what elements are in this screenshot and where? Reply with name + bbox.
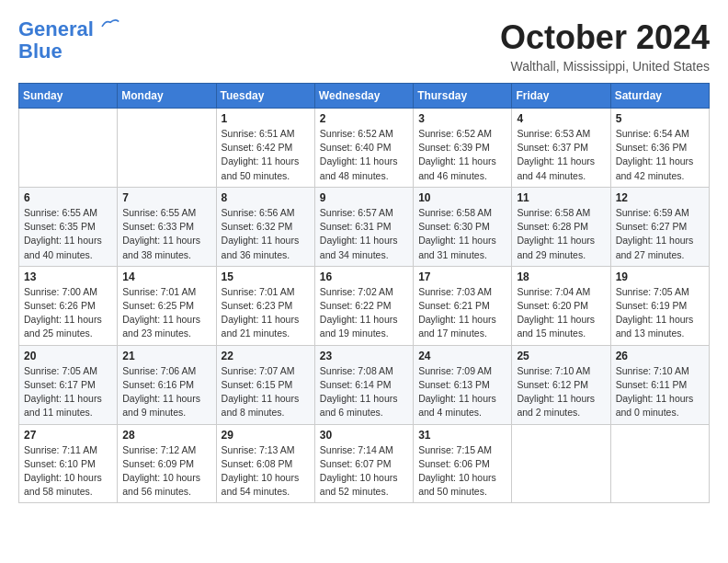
- calendar-cell: 31Sunrise: 7:15 AM Sunset: 6:06 PM Dayli…: [414, 424, 512, 503]
- day-info: Sunrise: 7:13 AM Sunset: 6:08 PM Dayligh…: [222, 443, 310, 500]
- calendar-cell: 22Sunrise: 7:07 AM Sunset: 6:15 PM Dayli…: [216, 345, 314, 424]
- day-number: 28: [122, 429, 210, 442]
- day-info: Sunrise: 7:06 AM Sunset: 6:16 PM Dayligh…: [122, 364, 210, 420]
- month-title: October 2024: [500, 18, 710, 57]
- day-info: Sunrise: 7:10 AM Sunset: 6:12 PM Dayligh…: [517, 364, 605, 420]
- weekday-header: Friday: [512, 84, 610, 109]
- day-number: 3: [418, 112, 506, 125]
- calendar-cell: 24Sunrise: 7:09 AM Sunset: 6:13 PM Dayli…: [414, 345, 512, 424]
- day-number: 9: [320, 191, 408, 204]
- calendar-cell: 28Sunrise: 7:12 AM Sunset: 6:09 PM Dayli…: [118, 424, 216, 503]
- day-info: Sunrise: 6:59 AM Sunset: 6:27 PM Dayligh…: [616, 206, 704, 262]
- day-info: Sunrise: 7:04 AM Sunset: 6:20 PM Dayligh…: [517, 285, 605, 341]
- day-info: Sunrise: 6:52 AM Sunset: 6:40 PM Dayligh…: [320, 127, 408, 183]
- calendar-cell: 17Sunrise: 7:03 AM Sunset: 6:21 PM Dayli…: [414, 266, 512, 345]
- day-number: 23: [320, 350, 408, 362]
- day-info: Sunrise: 7:02 AM Sunset: 6:22 PM Dayligh…: [320, 285, 408, 341]
- day-number: 1: [222, 112, 310, 125]
- day-info: Sunrise: 7:10 AM Sunset: 6:11 PM Dayligh…: [616, 364, 704, 420]
- day-number: 15: [222, 270, 310, 283]
- calendar-week-row: 20Sunrise: 7:05 AM Sunset: 6:17 PM Dayli…: [19, 345, 710, 424]
- day-number: 17: [418, 270, 506, 283]
- day-info: Sunrise: 7:08 AM Sunset: 6:14 PM Dayligh…: [320, 364, 408, 420]
- calendar-week-row: 6Sunrise: 6:55 AM Sunset: 6:35 PM Daylig…: [19, 187, 710, 266]
- day-info: Sunrise: 7:05 AM Sunset: 6:19 PM Dayligh…: [616, 285, 704, 341]
- calendar-cell: 14Sunrise: 7:01 AM Sunset: 6:25 PM Dayli…: [118, 266, 216, 345]
- day-number: 20: [24, 350, 112, 362]
- day-info: Sunrise: 7:15 AM Sunset: 6:06 PM Dayligh…: [418, 443, 506, 500]
- calendar-cell: 4Sunrise: 6:53 AM Sunset: 6:37 PM Daylig…: [512, 109, 610, 188]
- calendar-cell: 6Sunrise: 6:55 AM Sunset: 6:35 PM Daylig…: [19, 187, 118, 266]
- day-info: Sunrise: 6:52 AM Sunset: 6:39 PM Dayligh…: [418, 127, 506, 183]
- calendar-cell: 3Sunrise: 6:52 AM Sunset: 6:39 PM Daylig…: [414, 109, 512, 188]
- location: Walthall, Mississippi, United States: [500, 59, 710, 74]
- day-number: 14: [122, 270, 210, 283]
- day-info: Sunrise: 7:03 AM Sunset: 6:21 PM Dayligh…: [418, 285, 506, 341]
- title-block: October 2024 Walthall, Mississippi, Unit…: [500, 18, 710, 74]
- calendar-cell: 16Sunrise: 7:02 AM Sunset: 6:22 PM Dayli…: [314, 266, 413, 345]
- day-number: 24: [418, 350, 506, 362]
- day-number: 12: [616, 191, 704, 204]
- calendar-week-row: 13Sunrise: 7:00 AM Sunset: 6:26 PM Dayli…: [19, 266, 710, 345]
- day-info: Sunrise: 6:55 AM Sunset: 6:35 PM Dayligh…: [24, 206, 112, 262]
- calendar-cell: [19, 109, 118, 188]
- day-number: 25: [517, 350, 605, 362]
- calendar-cell: 20Sunrise: 7:05 AM Sunset: 6:17 PM Dayli…: [19, 345, 118, 424]
- weekday-header: Monday: [118, 84, 216, 109]
- day-number: 22: [222, 350, 310, 362]
- day-number: 26: [616, 350, 704, 362]
- day-number: 6: [24, 191, 112, 204]
- day-info: Sunrise: 6:58 AM Sunset: 6:30 PM Dayligh…: [418, 206, 506, 262]
- calendar-cell: 9Sunrise: 6:57 AM Sunset: 6:31 PM Daylig…: [314, 187, 413, 266]
- weekday-header: Sunday: [19, 84, 118, 109]
- calendar-cell: 26Sunrise: 7:10 AM Sunset: 6:11 PM Dayli…: [610, 345, 709, 424]
- calendar-cell: 2Sunrise: 6:52 AM Sunset: 6:40 PM Daylig…: [314, 109, 413, 188]
- day-info: Sunrise: 7:12 AM Sunset: 6:09 PM Dayligh…: [122, 443, 210, 500]
- day-info: Sunrise: 6:55 AM Sunset: 6:33 PM Dayligh…: [122, 206, 210, 262]
- day-info: Sunrise: 6:58 AM Sunset: 6:28 PM Dayligh…: [517, 206, 605, 262]
- day-info: Sunrise: 7:14 AM Sunset: 6:07 PM Dayligh…: [320, 443, 408, 500]
- day-info: Sunrise: 6:51 AM Sunset: 6:42 PM Dayligh…: [222, 127, 310, 183]
- day-info: Sunrise: 7:07 AM Sunset: 6:15 PM Dayligh…: [222, 364, 310, 420]
- logo: GeneralBlue: [18, 18, 94, 63]
- day-info: Sunrise: 7:11 AM Sunset: 6:10 PM Dayligh…: [24, 443, 112, 500]
- calendar-cell: 27Sunrise: 7:11 AM Sunset: 6:10 PM Dayli…: [19, 424, 118, 503]
- day-info: Sunrise: 6:53 AM Sunset: 6:37 PM Dayligh…: [517, 127, 605, 183]
- page-header: GeneralBlue October 2024 Walthall, Missi…: [18, 18, 710, 74]
- calendar-week-row: 1Sunrise: 6:51 AM Sunset: 6:42 PM Daylig…: [19, 109, 710, 188]
- day-number: 21: [122, 350, 210, 362]
- calendar-cell: 13Sunrise: 7:00 AM Sunset: 6:26 PM Dayli…: [19, 266, 118, 345]
- day-number: 30: [320, 429, 408, 442]
- day-number: 13: [24, 270, 112, 283]
- calendar-cell: 7Sunrise: 6:55 AM Sunset: 6:33 PM Daylig…: [118, 187, 216, 266]
- calendar-cell: 21Sunrise: 7:06 AM Sunset: 6:16 PM Dayli…: [118, 345, 216, 424]
- day-info: Sunrise: 7:01 AM Sunset: 6:25 PM Dayligh…: [122, 285, 210, 341]
- calendar-cell: 10Sunrise: 6:58 AM Sunset: 6:30 PM Dayli…: [414, 187, 512, 266]
- calendar-cell: 29Sunrise: 7:13 AM Sunset: 6:08 PM Dayli…: [216, 424, 314, 503]
- calendar-cell: 1Sunrise: 6:51 AM Sunset: 6:42 PM Daylig…: [216, 109, 314, 188]
- calendar-cell: 23Sunrise: 7:08 AM Sunset: 6:14 PM Dayli…: [314, 345, 413, 424]
- calendar-cell: 25Sunrise: 7:10 AM Sunset: 6:12 PM Dayli…: [512, 345, 610, 424]
- day-number: 18: [517, 270, 605, 283]
- day-number: 7: [122, 191, 210, 204]
- calendar-cell: [610, 424, 709, 503]
- logo-text: GeneralBlue: [18, 17, 94, 63]
- calendar-table: SundayMondayTuesdayWednesdayThursdayFrid…: [18, 83, 710, 503]
- day-info: Sunrise: 7:01 AM Sunset: 6:23 PM Dayligh…: [222, 285, 310, 341]
- calendar-cell: [118, 109, 216, 188]
- day-number: 16: [320, 270, 408, 283]
- calendar-cell: 18Sunrise: 7:04 AM Sunset: 6:20 PM Dayli…: [512, 266, 610, 345]
- day-number: 2: [320, 112, 408, 125]
- day-number: 11: [517, 191, 605, 204]
- day-number: 8: [222, 191, 310, 204]
- calendar-cell: 11Sunrise: 6:58 AM Sunset: 6:28 PM Dayli…: [512, 187, 610, 266]
- calendar-week-row: 27Sunrise: 7:11 AM Sunset: 6:10 PM Dayli…: [19, 424, 710, 503]
- day-number: 29: [222, 429, 310, 442]
- weekday-header: Saturday: [610, 84, 709, 109]
- calendar-cell: 8Sunrise: 6:56 AM Sunset: 6:32 PM Daylig…: [216, 187, 314, 266]
- calendar-cell: 30Sunrise: 7:14 AM Sunset: 6:07 PM Dayli…: [314, 424, 413, 503]
- logo-bird-icon: [101, 17, 119, 29]
- day-number: 27: [24, 429, 112, 442]
- calendar-cell: 15Sunrise: 7:01 AM Sunset: 6:23 PM Dayli…: [216, 266, 314, 345]
- calendar-cell: 19Sunrise: 7:05 AM Sunset: 6:19 PM Dayli…: [610, 266, 709, 345]
